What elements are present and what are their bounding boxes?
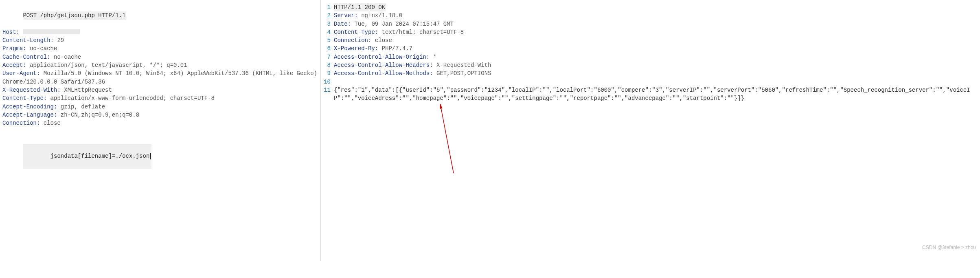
response-line: 2Server: nginx/1.18.0 — [323, 11, 980, 20]
line-number: 8 — [323, 61, 334, 69]
annotation-arrow — [437, 104, 462, 177]
text-cursor — [150, 153, 151, 159]
line-number: 7 — [323, 53, 334, 61]
request-header: Connection: close — [2, 119, 318, 127]
request-first-line: POST /php/getjson.php HTTP/1.1 — [2, 3, 318, 28]
svg-line-0 — [441, 106, 454, 173]
request-header: Accept-Encoding: gzip, deflate — [2, 103, 318, 111]
line-number: 9 — [323, 69, 334, 77]
response-line: 10 — [323, 78, 980, 86]
request-header: Accept: application/json, text/javascrip… — [2, 61, 318, 69]
response-line: 9Access-Control-Allow-Methods: GET,POST,… — [323, 69, 980, 77]
request-header: User-Agent: Mozilla/5.0 (Windows NT 10.0… — [2, 69, 318, 86]
redacted-host — [23, 29, 80, 34]
request-header: X-Requested-With: XMLHttpRequest — [2, 86, 318, 94]
response-line: 3Date: Tue, 09 Jan 2024 07:15:47 GMT — [323, 20, 980, 28]
request-header: Content-Type: application/x-www-form-url… — [2, 94, 318, 102]
line-number: 10 — [323, 78, 334, 86]
response-line: 11{"res":"1","data":[{"userId":"5","pass… — [323, 86, 980, 103]
request-header: Content-Length: 29 — [2, 36, 318, 44]
request-header: Host: — [2, 28, 318, 36]
response-line: 7Access-Control-Allow-Origin: * — [323, 53, 980, 61]
response-panel[interactable]: 1HTTP/1.1 200 OK2Server: nginx/1.18.03Da… — [321, 0, 980, 261]
line-number: 3 — [323, 20, 334, 28]
response-line: 1HTTP/1.1 200 OK — [323, 3, 980, 11]
http-compare-panel: POST /php/getjson.php HTTP/1.1 Host: Con… — [0, 0, 980, 261]
line-number: 6 — [323, 44, 334, 53]
line-number: 2 — [323, 11, 334, 20]
line-number: 11 — [323, 86, 334, 94]
request-header: Cache-Control: no-cache — [2, 53, 318, 61]
watermark: CSDN @3tefanie > zhou — [922, 244, 976, 251]
line-number: 5 — [323, 36, 334, 44]
response-line: 6X-Powered-By: PHP/7.4.7 — [323, 44, 980, 53]
response-line: 4Content-Type: text/html; charset=UTF-8 — [323, 28, 980, 36]
request-header: Pragma: no-cache — [2, 44, 318, 53]
response-line: 8Access-Control-Allow-Headers: X-Request… — [323, 61, 980, 69]
request-body-line: jsondata[filename]=./ocx.json — [2, 136, 318, 177]
line-number: 4 — [323, 28, 334, 36]
blank-line — [2, 127, 318, 135]
request-header: Accept-Language: zh-CN,zh;q=0.9,en;q=0.8 — [2, 111, 318, 119]
line-number: 1 — [323, 3, 334, 11]
request-panel[interactable]: POST /php/getjson.php HTTP/1.1 Host: Con… — [0, 0, 321, 261]
response-line: 5Connection: close — [323, 36, 980, 44]
